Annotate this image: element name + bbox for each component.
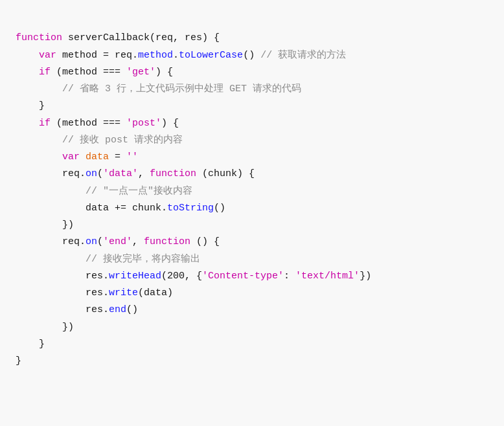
line-1: function serverCallback(req, res) { var … [16,32,371,366]
code-container: function serverCallback(req, res) { var … [0,0,504,426]
code-block: function serverCallback(req, res) { var … [16,13,488,387]
